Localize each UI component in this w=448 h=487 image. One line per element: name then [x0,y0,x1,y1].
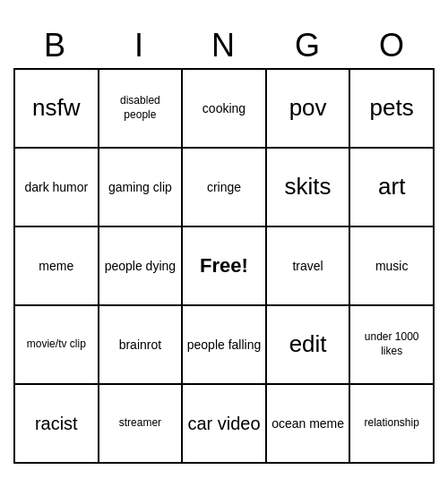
bingo-cell: music [350,227,435,306]
bingo-cell: gaming clip [99,149,184,227]
bingo-cell: cooking [183,70,267,149]
bingo-cell: people falling [183,306,267,385]
bingo-cell: dark humor [15,149,99,227]
bingo-header: BINGO [13,23,435,68]
bingo-card: BINGO nsfwdisabled peoplecookingpovpetsd… [13,23,435,464]
bingo-cell: brainrot [99,306,184,385]
bingo-cell: travel [267,227,351,306]
header-letter: B [13,23,98,68]
bingo-cell: Free! [183,227,267,306]
header-letter: N [182,23,266,68]
bingo-grid: nsfwdisabled peoplecookingpovpetsdark hu… [13,68,435,464]
bingo-cell: art [350,149,435,227]
bingo-cell: pov [267,70,351,149]
bingo-cell: edit [267,306,351,385]
bingo-cell: people dying [99,227,184,306]
bingo-cell: skits [267,149,351,227]
bingo-cell: cringe [183,149,267,227]
header-letter: O [350,23,435,68]
bingo-cell: under 1000 likes [350,306,435,385]
bingo-cell: streamer [99,385,184,464]
bingo-cell: pets [350,70,435,149]
bingo-cell: racist [15,385,99,464]
header-letter: I [98,23,182,68]
bingo-cell: disabled people [99,70,184,149]
bingo-cell: movie/tv clip [15,306,99,385]
bingo-cell: ocean meme [267,385,351,464]
bingo-cell: meme [15,227,99,306]
bingo-cell: nsfw [15,70,99,149]
bingo-cell: car video [183,385,267,464]
bingo-cell: relationship [350,385,435,464]
header-letter: G [266,23,350,68]
